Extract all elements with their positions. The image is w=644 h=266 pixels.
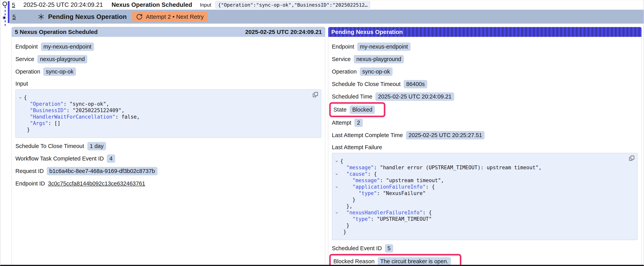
collapse-chevron-icon[interactable] [333,209,340,216]
event-title: Pending Nexus Operation [48,13,127,21]
state-annotation-highlight: State Blocked [329,102,386,117]
detail-row-operation: Operation sync-op-ok [16,68,321,76]
state-value-chip: Blocked [350,106,375,114]
pending-panel-body: Endpoint my-nexus-endpoint Service nexus… [328,37,642,266]
detail-label: State [334,107,347,113]
code-line: "Args": [] [17,120,309,127]
detail-row-scheduled-event-id: Scheduled Event ID 5 [332,244,638,252]
collapse-chevron-icon [17,127,24,133]
pending-panel-header: Pending Nexus Operation [328,27,642,37]
code-line: "message": "upstream timeout", [333,177,626,184]
detail-value-chip: b1c6a4bc-8ee7-468a-9169-df3b02c8737b [47,167,158,175]
detail-label: Scheduled Time [332,93,372,100]
scheduled-panel-body: Endpoint my-nexus-endpoint Service nexus… [12,37,325,188]
collapse-chevron-icon [17,114,24,120]
pending-operation-panel: Pending Nexus Operation Endpoint my-nexu… [328,27,642,266]
detail-value-chip: 2025-02-25 UTC 20:25:27.51 [406,131,484,139]
collapse-chevron-icon[interactable] [333,158,340,164]
timeline-open-event-icon [2,2,7,6]
detail-value-chip: sync-op-ok [360,68,392,76]
detail-label: Attempt [332,120,352,126]
detail-value-chip: my-nexus-endpoint [41,43,94,51]
panel-title: Pending Nexus Operation [331,29,403,35]
detail-value-chip: my-nexus-endpoint [357,43,410,51]
blocked-reason-annotation-highlight: Blocked Reason The circuit breaker is op… [329,254,462,266]
detail-label: Service [16,56,34,62]
panel-title: 5 Nexus Operation Scheduled [15,29,98,35]
code-line: } [333,229,626,235]
detail-value-chip: 5 [385,244,393,252]
detail-value-chip: nexus-playground [38,55,88,63]
event-history-list: 5 2025-02-25 UTC 20:24:09.21 Nexus Opera… [10,0,644,24]
copy-icon[interactable] [312,92,318,98]
failure-section-label: Last Attempt Failure [332,144,638,151]
detail-row-request-id: Request ID b1c6a4bc-8ee7-468a-9169-df3b0… [16,167,321,175]
detail-value-chip: 1 day [87,142,106,150]
detail-row-operation: Operation sync-op-ok [332,68,638,76]
copy-icon[interactable] [629,155,635,161]
workflow-history-page: 5 2025-02-25 UTC 20:24:09.21 Nexus Opera… [0,0,644,266]
history-row-pending-nexus-operation[interactable]: 5 Pending Nexus Operation Attempt 2 • Ne… [10,10,644,24]
timeline-current-event-icon [2,16,6,20]
retry-icon [136,14,143,20]
code-line: } [333,222,626,229]
pending-asterisk-icon [38,13,45,20]
event-id-link[interactable]: 5 [12,14,16,20]
input-label: Input [200,2,211,8]
code-line: "Operation": "sync-op-ok", [17,101,309,107]
collapse-chevron-icon[interactable] [333,171,340,177]
input-json-viewer: { "Operation": "sync-op-ok", "BusinessID… [16,89,321,138]
detail-row-endpoint: Endpoint my-nexus-endpoint [332,43,638,51]
collapse-chevron-icon [333,216,340,222]
detail-label: Last Attempt Complete Time [332,132,403,138]
event-id-link[interactable]: 5 [12,2,15,8]
detail-row-last-attempt-complete-time: Last Attempt Complete Time 2025-02-25 UT… [332,131,638,139]
collapse-chevron-icon[interactable] [17,94,24,101]
blocked-reason-value-chip: The circuit breaker is open. [378,257,451,265]
detail-row-schedule-to-close-timeout: Schedule To Close Timeout 86400s [332,80,638,88]
collapse-chevron-icon [333,203,340,209]
panel-timestamp: 2025-02-25 UTC 20:24:09.21 [245,29,322,35]
retry-attempt-badge[interactable]: Attempt 2 • Next Retry [132,12,208,22]
collapse-chevron-icon [17,120,24,127]
detail-value-chip: sync-op-ok [43,68,76,76]
code-line: "BusinessID": "20250225122409", [17,107,309,114]
detail-label: Endpoint [332,44,354,50]
detail-row-state: State Blocked [332,105,638,114]
endpoint-id-link[interactable]: 3c0c75ccfa8144b092c13ce632463761 [48,180,145,187]
detail-label: Service [332,56,351,62]
detail-value-chip: 2025-02-25 UTC 20:24:09.21 [376,92,454,101]
detail-row-schedule-to-close-timeout: Schedule To Close Timeout 1 day [16,142,321,150]
detail-label: Scheduled Event ID [332,245,382,251]
detail-label: Blocked Reason [334,258,375,265]
code-line: }, [333,203,626,209]
code-line: "HandlerWaitForCancellation": false, [17,114,309,120]
collapse-chevron-icon [333,197,340,203]
scheduled-panel-header: 5 Nexus Operation Scheduled 2025-02-25 U… [12,27,325,37]
detail-row-workflow-task-completed-event-id: Workflow Task Completed Event ID 4 [16,154,321,163]
code-line: "type": "UPSTREAM_TIMEOUT" [333,216,626,222]
detail-label: Endpoint [16,44,38,50]
detail-row-endpoint-id: Endpoint ID 3c0c75ccfa8144b092c13ce63246… [16,179,321,188]
scheduled-event-panel: 5 Nexus Operation Scheduled 2025-02-25 U… [12,27,325,266]
detail-value-chip: 2 [354,119,362,127]
event-title: Nexus Operation Scheduled [112,1,192,9]
code-line: "message": "handler error (UPSTREAM_TIME… [333,164,626,171]
detail-row-endpoint: Endpoint my-nexus-endpoint [16,43,321,51]
input-section-label: Input [16,81,321,87]
detail-value-chip: nexus-playground [354,55,404,63]
failure-json-viewer: { "message": "handler error (UPSTREAM_TI… [332,153,638,240]
collapse-chevron-icon [17,107,24,114]
history-row-nexus-scheduled[interactable]: 5 2025-02-25 UTC 20:24:09.21 Nexus Opera… [10,0,644,10]
code-line: } [333,197,626,203]
collapse-chevron-icon [333,190,340,197]
collapse-chevron-icon[interactable] [333,184,340,190]
code-line: { [333,158,626,164]
collapse-chevron-icon [333,229,340,235]
collapse-chevron-icon [333,164,340,171]
detail-row-service: Service nexus-playground [332,55,638,63]
json-code-lines: { "message": "handler error (UPSTREAM_TI… [333,158,626,235]
code-line: "cause": { [333,171,626,177]
input-preview-chip[interactable]: {"Operation":"sync-op-ok","BusinessID":"… [216,1,370,9]
timeline-duration-bar [8,1,10,23]
